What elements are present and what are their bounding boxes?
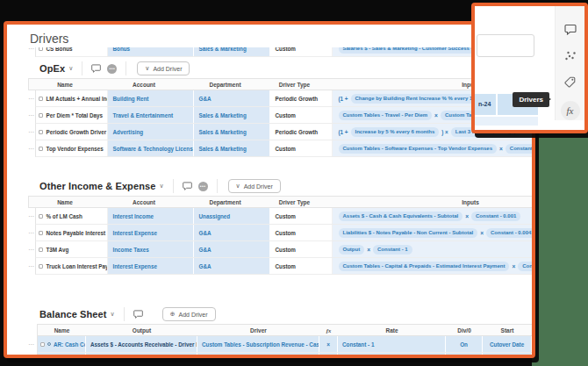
account-cell[interactable]: Income Taxes <box>108 241 194 257</box>
department-cell[interactable]: G&A <box>194 90 270 106</box>
column-header-name[interactable]: Name <box>38 325 86 335</box>
input-chip[interactable]: Custom Tables - Capital & Prepaids - Est… <box>339 262 510 271</box>
chevron-down-icon[interactable]: ∨ <box>159 183 163 190</box>
row-checkbox[interactable] <box>39 147 43 151</box>
chevron-down-icon[interactable]: ∨ <box>111 311 115 318</box>
input-chip[interactable]: Custom Tables - Travel - Per Diem <box>339 111 433 120</box>
row-checkbox[interactable] <box>39 113 43 118</box>
column-header-start[interactable]: Start <box>483 325 532 335</box>
input-chip[interactable]: Constant - 0.001 <box>471 212 520 221</box>
row-drag-handle[interactable]: ⋯ <box>28 124 35 140</box>
name-cell[interactable]: LM Actuals + Annual Increase <box>36 90 108 106</box>
inputs-cell[interactable]: Custom Tables - Capital & Prepaids - Est… <box>333 258 533 274</box>
driver-type-cell[interactable]: Custom <box>270 47 333 56</box>
account-cell[interactable]: Interest Income <box>108 208 194 224</box>
name-cell[interactable]: T3M Avg <box>36 241 108 257</box>
input-chip[interactable]: Constant - 1 <box>506 144 532 154</box>
account-cell[interactable]: Bonus <box>108 47 194 56</box>
driver-type-cell[interactable]: Periodic Growth <box>270 124 333 140</box>
driver-type-cell[interactable]: Custom <box>270 241 333 257</box>
input-chip[interactable]: Increase by 5 % every 6 months <box>351 127 440 137</box>
row-drag-handle[interactable]: ⋯ <box>28 241 35 258</box>
account-cell[interactable]: Interest Expense <box>108 225 194 240</box>
account-cell[interactable]: Interest Expense <box>108 258 194 274</box>
div0-cell[interactable]: On <box>446 336 483 352</box>
driver-cell[interactable]: Custom Tables - Subscription Revenue - I… <box>197 353 319 355</box>
output-cell[interactable]: Assets $ - Accounts Receivable - Driver … <box>86 336 197 352</box>
driver-type-cell[interactable]: Custom <box>270 258 333 274</box>
name-cell[interactable]: AR: Invoices Issued <box>38 353 86 355</box>
row-drag-handle[interactable]: ⋯ <box>28 107 35 124</box>
inputs-cell[interactable]: Output×Constant - 1 <box>333 241 533 257</box>
comment-icon[interactable] <box>183 182 192 190</box>
column-header-department[interactable]: Department <box>187 79 263 90</box>
driver-cell[interactable]: Custom Tables - Subscription Revenue - C… <box>197 336 319 352</box>
name-cell[interactable]: CS Bonus <box>36 47 108 56</box>
row-drag-handle[interactable]: ⋯ <box>28 336 37 353</box>
column-header-driver-type[interactable]: Driver Type <box>263 197 326 207</box>
comment-icon[interactable] <box>91 64 101 73</box>
rate-cell[interactable]: Constant - 1 <box>338 336 446 352</box>
rate-cell[interactable]: Constant - 1 <box>338 353 446 355</box>
column-header-div-0[interactable]: Div/0 <box>446 325 483 335</box>
input-chip[interactable]: Constant - 1 <box>373 245 412 255</box>
output-cell[interactable]: Assets $ - Accounts Receivable - Driver … <box>86 353 197 355</box>
row-checkbox[interactable] <box>39 231 43 235</box>
formula-input[interactable] <box>477 34 534 57</box>
department-cell[interactable]: Sales & Marketing <box>194 140 270 156</box>
input-chip[interactable]: Custom Tables - Software Expenses - Top … <box>339 144 498 154</box>
row-checkbox[interactable] <box>39 214 43 219</box>
name-cell[interactable]: AR: Cash Collection <box>38 336 86 352</box>
scatter-icon[interactable] <box>563 48 577 62</box>
driver-type-cell[interactable]: Custom <box>270 225 333 240</box>
department-cell[interactable]: G&A <box>194 258 270 274</box>
row-drag-handle[interactable]: ⋯ <box>28 208 35 225</box>
section-title[interactable]: Other Income & Expense <box>39 181 155 191</box>
column-header-account[interactable]: Account <box>101 197 187 207</box>
input-chip[interactable]: Constant - 1 <box>518 262 532 271</box>
section-title[interactable]: OpEx <box>39 63 65 74</box>
start-cell[interactable]: Cutover Date <box>483 336 532 352</box>
department-cell[interactable]: G&A <box>194 225 270 240</box>
department-cell[interactable]: Sales & Marketing <box>194 47 270 56</box>
row-checkbox[interactable] <box>39 264 43 269</box>
row-drag-handle[interactable]: ⋯ <box>28 90 35 107</box>
input-chip[interactable]: Constant - 0.00416667 <box>486 228 532 238</box>
department-cell[interactable]: Sales & Marketing <box>194 107 270 123</box>
input-chip[interactable]: Assets $ - Cash & Cash Equivalents - Sub… <box>339 212 463 221</box>
row-drag-handle[interactable]: ⋯ <box>28 225 35 241</box>
add-driver-button[interactable]: ∨ Add Driver <box>137 61 190 75</box>
add-driver-button[interactable]: ∨ Add Driver <box>228 179 281 193</box>
driver-type-cell[interactable]: Custom <box>270 107 333 123</box>
row-checkbox[interactable] <box>40 342 45 347</box>
driver-type-cell[interactable]: Periodic Growth <box>270 90 333 106</box>
section-title[interactable]: Balance Sheet <box>39 309 107 319</box>
more-icon[interactable]: ••• <box>107 64 117 74</box>
row-checkbox[interactable] <box>39 97 43 101</box>
department-cell[interactable]: Sales & Marketing <box>194 124 270 140</box>
row-drag-handle[interactable]: ⋯ <box>28 140 35 157</box>
name-cell[interactable]: Notes Payable Interest <box>36 225 108 240</box>
name-cell[interactable]: Periodic Growth Driver <box>36 124 108 140</box>
department-cell[interactable]: G&A <box>194 241 270 257</box>
row-drag-handle[interactable]: ⋯ <box>28 258 35 275</box>
account-cell[interactable]: Travel & Entertainment <box>108 107 194 123</box>
column-header-rate[interactable]: Rate <box>338 325 446 335</box>
row-checkbox[interactable] <box>39 130 43 134</box>
name-cell[interactable]: Truck Loan Interest Payment <box>36 258 108 274</box>
inputs-cell[interactable]: Liabilities $ - Notes Payable - Non Curr… <box>333 225 533 240</box>
account-cell[interactable]: Building Rent <box>108 90 194 106</box>
row-drag-handle[interactable]: ⋯ <box>28 47 35 57</box>
inputs-cell[interactable]: Assets $ - Cash & Cash Equivalents - Sub… <box>333 208 533 224</box>
row-drag-handle[interactable]: ⋯ <box>28 353 37 355</box>
add-driver-button[interactable]: ⊕ Add Driver <box>162 307 216 321</box>
row-checkbox[interactable] <box>39 47 43 51</box>
column-header-driver[interactable]: Driver <box>197 325 319 335</box>
column-header-account[interactable]: Account <box>101 79 187 90</box>
driver-type-cell[interactable]: Custom <box>270 208 333 224</box>
column-header-output[interactable]: Output <box>86 325 197 335</box>
column-header-driver-type[interactable]: Driver Type <box>263 79 326 90</box>
department-cell[interactable]: Unassigned <box>194 208 270 224</box>
column-header-inputs[interactable]: Inputs <box>326 197 532 207</box>
more-icon[interactable]: ••• <box>198 182 208 191</box>
